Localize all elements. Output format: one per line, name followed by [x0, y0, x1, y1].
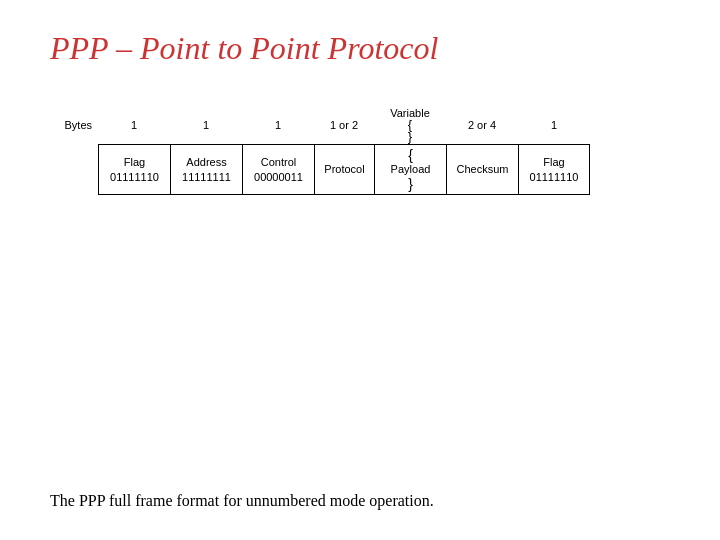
flag2-value: 01111110	[530, 170, 579, 184]
bytes-size-row: Bytes 1 1 1 1 or 2 Variable {} 2 or 4 1	[50, 107, 590, 142]
page-title: PPP – Point to Point Protocol	[50, 30, 670, 67]
control-name: Control	[261, 155, 296, 169]
size-control: 1	[242, 119, 314, 131]
cell-checksum: Checksum	[446, 144, 518, 194]
cell-address: Address 11111111	[170, 144, 242, 194]
cell-control: Control 00000011	[242, 144, 314, 194]
size-checksum: 2 or 4	[446, 119, 518, 131]
protocol-name: Protocol	[324, 162, 364, 176]
payload-name: Payload	[391, 162, 431, 176]
footer-text: The PPP full frame format for unnumbered…	[50, 472, 670, 510]
cell-flag2: Flag 01111110	[518, 144, 590, 194]
flag1-name: Flag	[124, 155, 145, 169]
size-cells-row: 1 1 1 1 or 2 Variable {} 2 or 4 1	[98, 107, 590, 142]
flag1-value: 01111110	[110, 170, 159, 184]
cell-payload: { Payload }	[374, 144, 446, 194]
size-payload: Variable {}	[374, 107, 446, 142]
ppp-diagram: Bytes 1 1 1 1 or 2 Variable {} 2 or 4 1 …	[50, 107, 670, 195]
control-value: 00000011	[254, 170, 303, 184]
checksum-name: Checksum	[457, 162, 509, 176]
flag2-name: Flag	[543, 155, 564, 169]
size-flag2: 1	[518, 119, 590, 131]
frame-row: Flag 01111110 Address 11111111 Control 0…	[98, 144, 590, 194]
size-protocol: 1 or 2	[314, 119, 374, 131]
address-name: Address	[186, 155, 226, 169]
cell-flag1: Flag 01111110	[98, 144, 170, 194]
page-container: PPP – Point to Point Protocol Bytes 1 1 …	[0, 0, 720, 540]
cell-protocol: Protocol	[314, 144, 374, 194]
size-address: 1	[170, 119, 242, 131]
bytes-label: Bytes	[50, 119, 98, 131]
address-value: 11111111	[182, 170, 231, 184]
size-flag1: 1	[98, 119, 170, 131]
